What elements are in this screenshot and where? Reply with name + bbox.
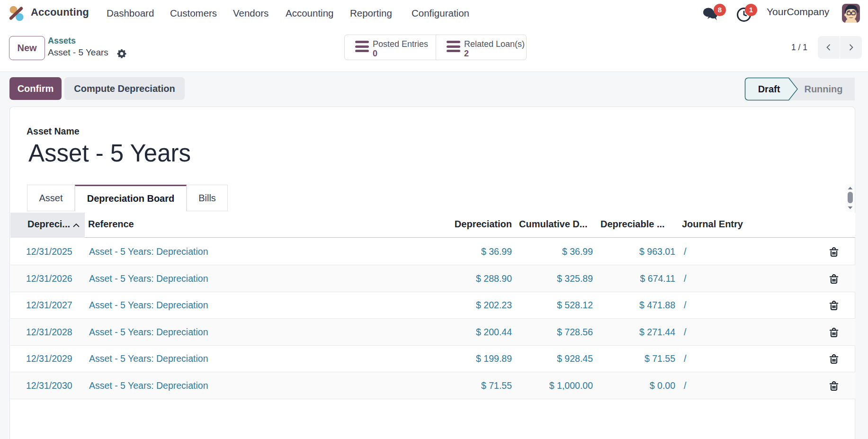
- svg-text:Draft: Draft: [758, 84, 780, 94]
